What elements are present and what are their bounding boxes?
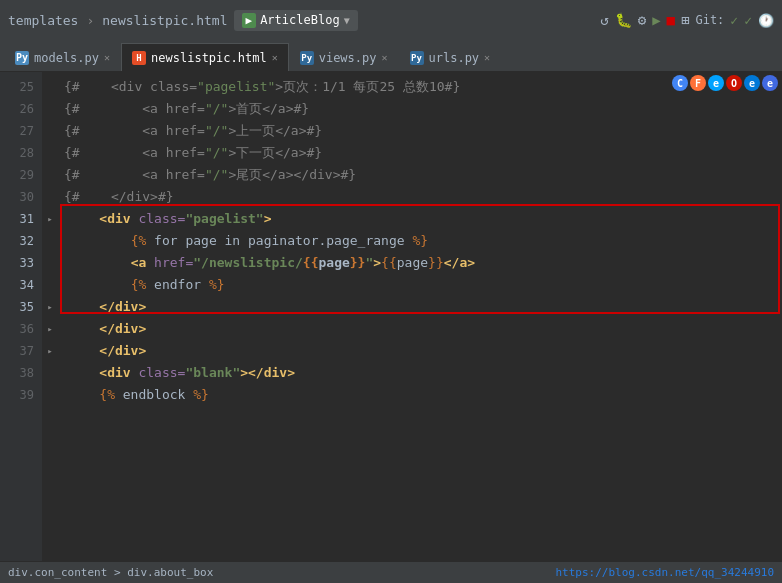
- run-icon[interactable]: ▶: [652, 12, 660, 28]
- browser-icons-overlay: C F e O e e: [672, 72, 778, 94]
- code-26-text: {# <a href="/">首页</a>#}: [64, 98, 309, 120]
- line-34: 34: [0, 274, 42, 296]
- project-selector[interactable]: ▶ ArticleBlog ▼: [234, 10, 358, 31]
- tab-views-py[interactable]: Py views.py ✕: [289, 43, 399, 71]
- firefox-icon[interactable]: F: [690, 75, 706, 91]
- line-26: 26: [0, 98, 42, 120]
- toolbar-actions: ↺ 🐛 ⚙ ▶ ■ ⊞ Git: ✓ ✓ 🕐: [600, 12, 774, 28]
- project-icon: ▶: [242, 13, 257, 28]
- browser5-icon[interactable]: e: [762, 75, 778, 91]
- code-line-26: {# <a href="/">首页</a>#}: [64, 98, 782, 120]
- opera-icon[interactable]: O: [726, 75, 742, 91]
- code-34-text: endfor: [146, 274, 209, 296]
- code-38-tag: <div: [99, 362, 130, 384]
- code-39-t1: {%: [99, 384, 115, 406]
- tab-views-py-label: views.py: [319, 51, 377, 65]
- code-38-attr: class=: [138, 362, 185, 384]
- code-39-text: endblock: [115, 384, 193, 406]
- breadcrumb-templates[interactable]: templates: [8, 13, 78, 28]
- code-line-32: {% for page in paginator.page_range %}: [64, 230, 782, 252]
- line-36: 36: [0, 318, 42, 340]
- code-content[interactable]: {# <div class="pagelist">页次：1/1 每页25 总数1…: [58, 72, 782, 561]
- fold-33: [42, 252, 58, 274]
- project-dropdown-icon[interactable]: ▼: [344, 15, 350, 26]
- tab-newslistpic-html-label: newslistpic.html: [151, 51, 267, 65]
- code-37-indent: [68, 340, 99, 362]
- code-32-tmpl2: %}: [412, 230, 428, 252]
- fold-38: [42, 362, 58, 384]
- code-33-href-end: ": [365, 252, 373, 274]
- code-38-indent: [68, 362, 99, 384]
- tab-models-py[interactable]: Py models.py ✕: [4, 43, 121, 71]
- tab-urls-py-label: urls.py: [429, 51, 480, 65]
- fold-32: [42, 230, 58, 252]
- status-url[interactable]: https://blog.csdn.net/qq_34244910: [555, 566, 774, 579]
- fold-31[interactable]: ▸: [42, 208, 58, 230]
- reload-icon[interactable]: ↺: [600, 12, 608, 28]
- line-39: 39: [0, 384, 42, 406]
- code-line-36: </div>: [64, 318, 782, 340]
- tab-urls-py-close[interactable]: ✕: [484, 52, 490, 63]
- tab-models-py-close[interactable]: ✕: [104, 52, 110, 63]
- code-34-t2: %}: [209, 274, 225, 296]
- code-30-text: {# </div>#}: [64, 186, 174, 208]
- code-line-31: <div class= "pagelist" >: [64, 208, 782, 230]
- code-25-text: {# <div class="pagelist">页次：1/1 每页25 总数1…: [64, 76, 460, 98]
- code-35-indent: [68, 296, 99, 318]
- code-line-33: <a href= "/newslistpic/{{ page }}" > {{ …: [64, 252, 782, 274]
- stop-icon[interactable]: ■: [667, 12, 675, 28]
- tab-urls-py[interactable]: Py urls.py ✕: [399, 43, 502, 71]
- line-35: 35: [0, 296, 42, 318]
- code-29-text: {# <a href="/">尾页</a></div>#}: [64, 164, 356, 186]
- code-line-39: {% endblock %}: [64, 384, 782, 406]
- layout-icon[interactable]: ⊞: [681, 12, 689, 28]
- code-36-indent: [68, 318, 99, 340]
- fold-36[interactable]: ▸: [42, 318, 58, 340]
- fold-26: [42, 98, 58, 120]
- status-path: div.con_content > div.about_box: [8, 566, 213, 579]
- code-34-t1: {%: [131, 274, 147, 296]
- fold-35[interactable]: ▸: [42, 296, 58, 318]
- code-34-indent: [68, 274, 131, 296]
- breadcrumb-file[interactable]: newslistpic.html: [102, 13, 227, 28]
- status-bar: div.con_content > div.about_box https://…: [0, 561, 782, 583]
- code-line-34: {% endfor %}: [64, 274, 782, 296]
- line-37: 37: [0, 340, 42, 362]
- urls-py-icon: Py: [410, 51, 424, 65]
- code-38-val: "blank": [185, 362, 240, 384]
- git-check2-icon[interactable]: ✓: [744, 13, 752, 28]
- code-line-28: {# <a href="/">下一页</a>#}: [64, 142, 782, 164]
- code-38-end: ></div>: [240, 362, 295, 384]
- code-35-tag: </div>: [99, 296, 146, 318]
- ie-icon[interactable]: e: [708, 75, 724, 91]
- fold-37[interactable]: ▸: [42, 340, 58, 362]
- code-33-href: href=: [154, 252, 193, 274]
- code-33-page2: page: [397, 252, 428, 274]
- line-25: 25: [0, 76, 42, 98]
- code-line-30: {# </div>#}: [64, 186, 782, 208]
- code-31-attr: class=: [138, 208, 185, 230]
- tab-newslistpic-html[interactable]: H newslistpic.html ✕: [121, 43, 289, 71]
- code-38-sp: [131, 362, 139, 384]
- breadcrumb-sep1: ›: [86, 13, 94, 28]
- line-38: 38: [0, 362, 42, 384]
- code-33-a: <a: [131, 252, 147, 274]
- toolbar: templates › newslistpic.html ▶ ArticleBl…: [0, 0, 782, 40]
- line-28: 28: [0, 142, 42, 164]
- tab-views-py-close[interactable]: ✕: [381, 52, 387, 63]
- chrome-icon[interactable]: C: [672, 75, 688, 91]
- code-33-indent: [68, 252, 131, 274]
- tab-newslistpic-html-close[interactable]: ✕: [272, 52, 278, 63]
- line-33: 33: [0, 252, 42, 274]
- git-check1-icon[interactable]: ✓: [730, 13, 738, 28]
- edge-icon[interactable]: e: [744, 75, 760, 91]
- settings-icon[interactable]: ⚙: [638, 12, 646, 28]
- git-clock-icon[interactable]: 🕐: [758, 13, 774, 28]
- debug-icon[interactable]: 🐛: [615, 12, 632, 28]
- newslistpic-html-icon: H: [132, 51, 146, 65]
- fold-25: [42, 76, 58, 98]
- code-33-page1: page: [318, 252, 349, 274]
- code-39-indent: [68, 384, 99, 406]
- code-39-t2: %}: [193, 384, 209, 406]
- fold-27: [42, 120, 58, 142]
